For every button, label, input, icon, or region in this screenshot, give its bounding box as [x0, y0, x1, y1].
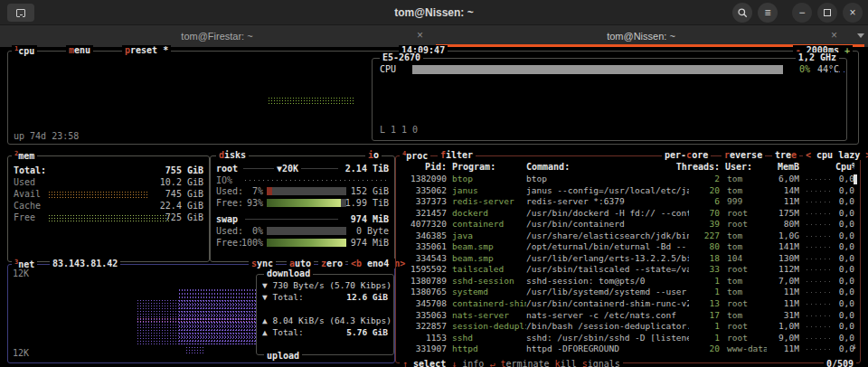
process-mem: 11M	[767, 287, 799, 298]
cpu-box-title[interactable]: 1cpu	[12, 45, 37, 56]
process-mem: 80M	[767, 219, 799, 231]
process-command: /usr/sbin/tailscaled --state=/var	[526, 264, 689, 276]
close-button[interactable]: ×	[843, 3, 863, 23]
preset-button[interactable]: preset *	[122, 45, 171, 55]
process-row[interactable]: 335061 beam.smp /opt/eturnal/bin/eturnal…	[401, 241, 854, 253]
cpu-core-box: E5-2670 1,2 GHz CPU 0% 44°C L 1 1 0	[372, 58, 847, 141]
process-program: janus	[447, 185, 526, 197]
mem-box-title[interactable]: 2mem	[12, 150, 37, 161]
net-box: 3net 83.143.81.42 sync auto zero <b eno4…	[7, 264, 395, 363]
process-pid: 346385	[401, 231, 447, 242]
kill-button[interactable]: kill	[552, 359, 580, 367]
interval-increase-button[interactable]: +	[844, 45, 850, 55]
net-zero-button[interactable]: zero	[318, 259, 345, 268]
maximize-button[interactable]	[817, 3, 837, 23]
process-row[interactable]: 1380765 systemd /usr/lib/systemd/systemd…	[401, 287, 854, 298]
col-pid[interactable]: Pid:	[401, 162, 447, 172]
proc-box-title[interactable]: 4proc	[400, 150, 430, 161]
process-threads: 17	[689, 310, 720, 322]
menu-button-btop[interactable]: menu	[66, 45, 93, 55]
process-row[interactable]: 1595592 tailscaled /usr/sbin/tailscaled …	[401, 264, 854, 276]
proc-scrollbar-thumb[interactable]	[854, 174, 857, 184]
process-row[interactable]: 1380789 sshd-session sshd-session: tom@p…	[401, 276, 854, 287]
filter-button[interactable]: filter	[438, 150, 476, 160]
mem-used-value: 10.2 GiB	[160, 177, 203, 187]
disk-swap-used-value: 0 Byte	[356, 226, 389, 236]
sort-selector[interactable]: < cpu lazy >	[803, 150, 868, 160]
disk-root-activity: ▼20K	[274, 164, 301, 174]
download-speed: ▼ 730 Byte/s (5.70 Kibps)	[262, 280, 388, 290]
process-row[interactable]: 1153 sshd sshd: /usr/sbin/sshd -D [liste…	[401, 333, 854, 344]
io-mode-button[interactable]: io	[365, 150, 382, 160]
col-mem[interactable]: MemB	[767, 162, 799, 172]
disks-box-title[interactable]: disks	[216, 150, 249, 160]
process-cpu: 0,0	[835, 264, 854, 276]
mem-used-label: Used	[14, 177, 35, 187]
process-row[interactable]: 321457 dockerd /usr/bin/dockerd -H fd://…	[401, 208, 854, 220]
process-command: redis-server *:6379	[526, 196, 689, 208]
disk-swap-name: swap	[216, 214, 241, 224]
net-auto-button[interactable]: auto	[287, 259, 314, 268]
process-command: /bin/bash /session-deduplicator.s	[526, 321, 689, 333]
cpu-model: E5-2670	[380, 52, 423, 62]
col-threads[interactable]: Threads:	[662, 162, 720, 172]
process-row[interactable]: 346385 java /usr/share/elasticsearch/jdk…	[401, 231, 854, 242]
process-user: root	[720, 298, 767, 310]
scroll-down-icon[interactable]: ↓	[852, 341, 857, 351]
col-program[interactable]: Program:	[447, 162, 526, 172]
process-user: 999	[720, 196, 767, 208]
process-row[interactable]: 331907 httpd httpd -DFOREGROUND 20 www-d…	[401, 343, 854, 355]
disk-root-used-bar	[267, 187, 346, 195]
tabs-dropdown-icon[interactable]	[857, 33, 864, 38]
process-row[interactable]: 322857 session-dedupli /bin/bash /sessio…	[401, 321, 854, 333]
process-cpu-graph	[805, 348, 834, 351]
process-row[interactable]: 334543 beam.smp /usr/lib/erlang/erts-13.…	[401, 253, 854, 265]
reverse-button[interactable]: reverse	[722, 150, 765, 160]
menu-button[interactable]: ≡	[758, 3, 778, 23]
net-sync-button[interactable]: sync	[249, 259, 276, 268]
process-row[interactable]: 4077320 containerd /usr/bin/containerd 3…	[401, 219, 854, 231]
tab-close-icon[interactable]: ×	[831, 29, 837, 42]
process-threads: 1	[689, 276, 720, 287]
process-cpu-graph	[805, 201, 834, 203]
select-button[interactable]: ↑ select ↓	[400, 359, 459, 367]
mem-total-value: 755 GiB	[165, 165, 203, 175]
process-program: java	[447, 231, 526, 242]
tab-firestar[interactable]: tom@Firestar: ~ ×	[0, 25, 434, 47]
process-command: /usr/bin/containerd-shim-runc-v2	[526, 298, 689, 310]
col-user[interactable]: User:	[720, 162, 767, 172]
process-program: httpd	[447, 343, 526, 355]
sort-prev-icon[interactable]: <	[806, 150, 811, 160]
process-program: tailscaled	[447, 264, 526, 276]
per-core-button[interactable]: per-core	[662, 150, 711, 160]
mem-box: 2mem Total:755 GiB Used10.2 GiB Avail745…	[7, 155, 210, 262]
tree-button[interactable]: tree	[772, 150, 799, 160]
cpu-usage-percent: 0%	[788, 64, 810, 74]
tab-label: tom@Firestar: ~	[181, 31, 252, 42]
process-row[interactable]: 335062 janus janus --config=/usr/local/e…	[401, 185, 854, 197]
minimize-button[interactable]: −	[792, 3, 812, 23]
col-command[interactable]: Command:	[526, 162, 662, 172]
process-row[interactable]: 1382090 btop btop 2 tom 6,0M 0,0	[401, 174, 854, 185]
process-program: btop	[447, 174, 526, 185]
process-cpu-graph	[805, 246, 834, 249]
terminate-button[interactable]: terminate	[497, 359, 552, 367]
process-cpu: 0,0	[835, 208, 854, 220]
process-row[interactable]: 335063 nats-server nats-server -c /etc/n…	[401, 310, 854, 322]
cpu-frequency: 1,2 GHz	[796, 52, 839, 62]
signals-button[interactable]: signals	[580, 359, 623, 367]
col-cpu[interactable]: Cpu% ↑	[835, 162, 854, 172]
proc-table-header: Pid: Program: Command: Threads: User: Me…	[401, 162, 854, 172]
process-threads: 18	[689, 253, 720, 265]
process-mem: 14M	[767, 185, 799, 197]
search-button[interactable]	[732, 3, 752, 23]
disk-root-free-pct: 93%	[240, 198, 263, 208]
disk-swap-used-bar	[267, 227, 346, 235]
download-title: download	[264, 268, 313, 278]
disk-root-used-pct: 7%	[240, 186, 263, 196]
mem-avail-graph	[48, 191, 149, 198]
tab-close-icon[interactable]: ×	[417, 29, 423, 42]
process-row[interactable]: 337373 redis-server redis-server *:6379 …	[401, 196, 854, 208]
process-row[interactable]: 345708 containerd-shim /usr/bin/containe…	[401, 298, 854, 310]
info-button[interactable]: info ↵	[459, 359, 497, 367]
